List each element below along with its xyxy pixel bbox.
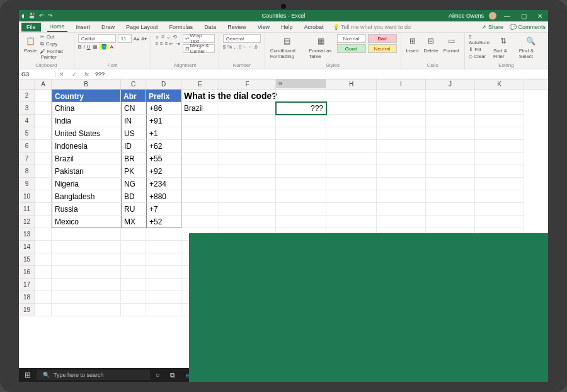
column-header-G[interactable]: G (276, 79, 326, 88)
cell-K4[interactable] (475, 115, 524, 127)
cell-I9[interactable] (377, 178, 426, 190)
cell-C10[interactable]: BD (121, 190, 146, 203)
cell-D5[interactable]: +1 (146, 127, 181, 140)
italic-button[interactable]: I (84, 44, 85, 50)
cell-B7[interactable]: Brazil (52, 153, 121, 165)
cell-I3[interactable] (377, 102, 426, 115)
cell-I7[interactable] (377, 153, 426, 165)
start-button[interactable]: ⊞ (19, 371, 37, 379)
row-header-3[interactable]: 3 (19, 102, 35, 115)
cell-B6[interactable]: Indonesia (52, 140, 121, 153)
style-bad[interactable]: Bad (368, 34, 397, 43)
cell-E7[interactable] (181, 153, 219, 165)
undo-icon[interactable]: ↶ (39, 13, 44, 19)
row-header-2[interactable]: 2 (19, 89, 35, 102)
cell-G9[interactable] (276, 178, 326, 190)
cell-E12[interactable] (181, 216, 219, 228)
cell-I4[interactable] (377, 115, 426, 127)
cell-B18[interactable] (52, 291, 121, 304)
increase-font-button[interactable]: A▴ (134, 36, 139, 42)
cell-B13[interactable] (52, 228, 121, 241)
fill-color-button[interactable]: 🪣 (100, 44, 108, 50)
cell-A4[interactable] (35, 115, 52, 127)
cell-A7[interactable] (35, 153, 52, 165)
cell-C14[interactable] (121, 241, 146, 253)
cell-K10[interactable] (475, 190, 524, 203)
underline-button[interactable]: U (87, 44, 91, 50)
cell-E4[interactable] (181, 115, 219, 127)
column-header-C[interactable]: C (121, 79, 146, 89)
cell-A8[interactable] (35, 165, 52, 178)
cell-E10[interactable] (181, 190, 219, 203)
tab-acrobat[interactable]: Acrobat (302, 23, 326, 32)
cell-J11[interactable] (426, 203, 475, 216)
orientation-button[interactable]: ⟲ (173, 34, 177, 40)
user-name[interactable]: Aimee Owens (449, 13, 484, 19)
cell-I8[interactable] (377, 165, 426, 178)
cell-C4[interactable]: IN (121, 115, 146, 127)
cell-C2[interactable]: Abr (121, 89, 146, 102)
cell-J3[interactable] (426, 102, 475, 115)
cell-D14[interactable] (146, 241, 181, 253)
cell-B12[interactable]: Mexico (52, 216, 121, 228)
cell-F2[interactable] (219, 89, 276, 102)
cell-D13[interactable] (146, 228, 181, 241)
cell-B5[interactable]: United States (52, 127, 121, 140)
tab-insert[interactable]: Insert (74, 23, 93, 32)
fill-button[interactable]: ⬇ Fill (469, 47, 490, 52)
cell-A2[interactable] (35, 89, 52, 102)
cell-B14[interactable] (52, 241, 121, 253)
column-header-B[interactable]: B (52, 79, 121, 89)
tab-home[interactable]: Home (47, 22, 67, 32)
cell-B17[interactable] (52, 279, 121, 291)
cell-C13[interactable] (121, 228, 146, 241)
cell-F4[interactable] (219, 115, 276, 127)
cell-A5[interactable] (35, 127, 52, 140)
row-header-7[interactable]: 7 (19, 153, 35, 165)
cell-E2[interactable]: What is the dial code? (181, 89, 219, 102)
column-header-J[interactable]: J (426, 79, 475, 89)
column-header-D[interactable]: D (146, 79, 181, 89)
cell-J6[interactable] (426, 140, 475, 153)
share-button[interactable]: ↗ Share (481, 24, 503, 30)
wrap-text-button[interactable]: ↩ Wrap Text (183, 34, 214, 43)
align-bottom-button[interactable]: ⌄ (166, 34, 171, 40)
row-header-12[interactable]: 12 (19, 216, 35, 228)
tab-formulas[interactable]: Formulas (167, 23, 196, 32)
minimize-button[interactable]: — (501, 13, 513, 20)
comments-button[interactable]: 💬 Comments (510, 24, 546, 30)
cell-I11[interactable] (377, 203, 426, 216)
cell-C5[interactable]: US (121, 127, 146, 140)
cell-D2[interactable]: Prefix (146, 89, 181, 102)
cell-B11[interactable]: Russia (52, 203, 121, 216)
cell-E3[interactable]: Brazil (181, 102, 219, 115)
indent-inc-button[interactable]: ⇥ (176, 41, 180, 47)
cell-I2[interactable] (377, 89, 426, 102)
cut-button[interactable]: ✂ Cut (40, 34, 69, 40)
cell-H11[interactable] (326, 203, 377, 216)
cell-B10[interactable]: Bangladesh (52, 190, 121, 203)
taskbar-search[interactable]: 🔍 Type here to search (37, 370, 150, 380)
cell-C11[interactable]: RU (121, 203, 146, 216)
save-icon[interactable]: 💾 (28, 13, 35, 19)
task-view-icon[interactable]: ⧉ (165, 371, 180, 379)
cell-C15[interactable] (121, 253, 146, 266)
cell-D15[interactable] (146, 253, 181, 266)
close-button[interactable]: ✕ (534, 13, 546, 20)
cell-E5[interactable] (181, 127, 219, 140)
autosave-toggle[interactable]: ◖ (21, 13, 25, 19)
cell-G12[interactable] (276, 216, 326, 228)
tab-draw[interactable]: Draw (99, 23, 117, 32)
redo-icon[interactable]: ↷ (48, 13, 53, 19)
cell-C12[interactable]: MX (121, 216, 146, 228)
cell-A13[interactable] (35, 228, 52, 241)
cell-I6[interactable] (377, 140, 426, 153)
cell-F6[interactable] (219, 140, 276, 153)
cell-H5[interactable] (326, 127, 377, 140)
row-header-9[interactable]: 9 (19, 178, 35, 190)
user-avatar[interactable] (489, 12, 496, 20)
row-header-10[interactable]: 10 (19, 190, 35, 203)
cell-A12[interactable] (35, 216, 52, 228)
row-header-17[interactable]: 17 (19, 279, 35, 291)
dec-decimal-button[interactable]: ←.0 (248, 44, 258, 50)
